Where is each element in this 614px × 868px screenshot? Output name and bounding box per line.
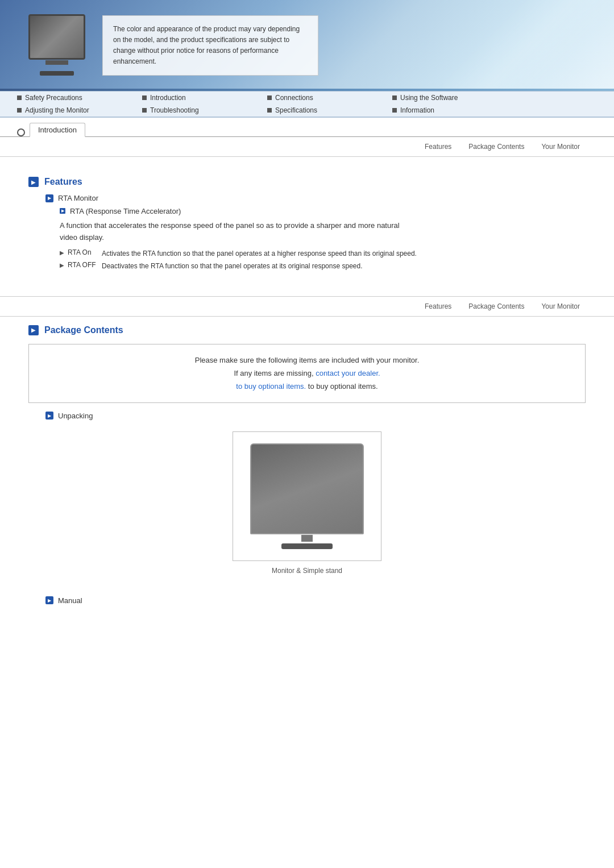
info-line3: to buy optional items. to buy optional i… [40, 380, 574, 393]
sub-nav: Features Package Contents Your Monitor [0, 137, 614, 157]
nav-item-connections[interactable]: Connections [267, 94, 358, 102]
local-dealer-link[interactable]: to buy optional items. [236, 382, 306, 391]
sub-nav-features[interactable]: Features [425, 143, 451, 151]
nav-item-information[interactable]: Information [392, 106, 483, 114]
nav-item-introduction[interactable]: Introduction [142, 94, 233, 102]
header-banner-text: The color and appearance of the product … [113, 25, 300, 66]
rta-description: A function that accelerates the response… [60, 220, 412, 244]
unpacking-label: Unpacking [58, 412, 93, 420]
package-contents-section-header: Package Contents [28, 325, 586, 335]
nav-bullet-adjusting [17, 108, 22, 113]
rta-off-label: RTA OFF [68, 261, 102, 269]
package-contents-icon [28, 325, 39, 335]
nav-item-troubleshooting[interactable]: Troubleshooting [142, 106, 233, 114]
header-monitor-image [23, 14, 91, 77]
unpacking-item: Unpacking [45, 412, 586, 420]
monitor-stand [281, 543, 333, 549]
nav-bullet-software [392, 95, 397, 100]
nav-item-adjusting[interactable]: Adjusting the Monitor [17, 106, 108, 114]
features-section-header: Features [28, 177, 586, 187]
features-section-icon [28, 177, 39, 187]
monitor-display-image [250, 443, 364, 534]
nav-row-2: Adjusting the Monitor Troubleshooting Sp… [0, 104, 614, 117]
nav-item-software[interactable]: Using the Software [392, 94, 483, 102]
info-line3-post: to buy optional items. [306, 382, 377, 391]
package-contents-title: Package Contents [44, 325, 123, 335]
info-line1: Please make sure the following items are… [40, 354, 574, 367]
manual-icon [45, 596, 53, 604]
nav-bullet-information [392, 108, 397, 113]
tab-circle-icon [17, 128, 25, 136]
sub-nav-your-monitor-2[interactable]: Your Monitor [541, 302, 580, 310]
rta-monitor-item: RTA Monitor [45, 194, 586, 202]
nav-bullet-introduction [142, 95, 147, 100]
manual-label: Manual [58, 596, 82, 605]
header-waves [443, 0, 614, 91]
contact-dealer-link[interactable]: contact your dealer. [316, 369, 380, 377]
main-content: Features RTA Monitor RTA (Response Time … [0, 163, 614, 626]
sub-nav-your-monitor[interactable]: Your Monitor [541, 143, 580, 151]
package-info-box: Please make sure the following items are… [28, 344, 586, 403]
nav-item-specifications[interactable]: Specifications [267, 106, 358, 114]
sub-nav-package-contents[interactable]: Package Contents [468, 143, 524, 151]
rta-on-arrow: ▶ [60, 250, 64, 256]
nav-bullet-troubleshooting [142, 108, 147, 113]
sub-nav-2: Features Package Contents Your Monitor [0, 296, 614, 317]
header-text-box: The color and appearance of the product … [102, 15, 318, 76]
info-line2: If any items are missing, contact your d… [40, 367, 574, 380]
monitor-image-container: Monitor & Simple stand [28, 431, 586, 575]
rta-off-arrow: ▶ [60, 262, 64, 268]
rta-item-text: RTA (Response Time Accelerator) [70, 207, 181, 215]
rta-off-desc: Deactivates the RTA function so that the… [102, 261, 586, 271]
sub-nav-package-contents-2[interactable]: Package Contents [468, 302, 524, 310]
manual-item: Manual [45, 596, 586, 605]
monitor-screen [28, 14, 85, 60]
rta-on-label: RTA On [68, 248, 102, 256]
monitor-caption: Monitor & Simple stand [272, 567, 342, 575]
rta-item: RTA (Response Time Accelerator) [60, 207, 586, 215]
tab-introduction[interactable]: Introduction [30, 123, 85, 137]
features-title: Features [44, 177, 82, 187]
nav-bullet-specifications [267, 108, 272, 113]
rta-monitor-icon [45, 194, 53, 202]
rta-monitor-label: RTA Monitor [58, 194, 98, 202]
tab-bar: Introduction [0, 118, 614, 137]
nav-bullet-connections [267, 95, 272, 100]
rta-on-desc: Activates the RTA function so that the p… [102, 248, 586, 259]
rta-off-row: ▶ RTA OFF Deactivates the RTA function s… [60, 261, 586, 271]
nav-bar: Safety Precautions Introduction Connecti… [0, 91, 614, 118]
nav-bullet-safety [17, 95, 22, 100]
sub-nav-features-2[interactable]: Features [425, 302, 451, 310]
header-banner: The color and appearance of the product … [0, 0, 614, 91]
monitor-base [40, 71, 74, 76]
nav-item-safety[interactable]: Safety Precautions [17, 94, 108, 102]
monitor-image-box [233, 431, 381, 561]
rta-bullet-icon [60, 208, 65, 214]
rta-on-row: ▶ RTA On Activates the RTA function so t… [60, 248, 586, 259]
unpacking-icon [45, 412, 53, 420]
nav-row-1: Safety Precautions Introduction Connecti… [0, 92, 614, 104]
